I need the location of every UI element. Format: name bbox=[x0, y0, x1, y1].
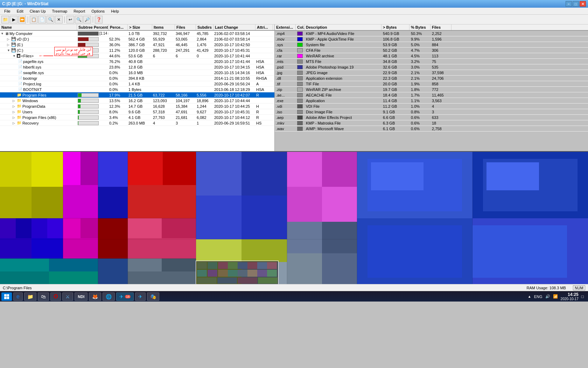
toolbar-btn-6[interactable]: 🔍 bbox=[47, 16, 54, 23]
ext-row[interactable]: .ae... AECACHE File 18.4 GB 1.7% 11,465 bbox=[275, 92, 588, 98]
treemap-block[interactable] bbox=[49, 271, 98, 284]
treemap-block[interactable] bbox=[0, 271, 49, 284]
tree-row[interactable]: ▷ 💾 vD (D:) 52.3% 562.4 GB 55,929 53,065… bbox=[0, 36, 274, 42]
treemap-block[interactable] bbox=[287, 187, 322, 222]
treemap-block[interactable] bbox=[0, 152, 31, 187]
treemap-block[interactable] bbox=[287, 152, 322, 187]
treemap-block[interactable] bbox=[128, 185, 196, 218]
treemap-block[interactable] bbox=[196, 152, 241, 196]
tree-row[interactable]: 📄 pagefile.sys 76.2% 40.8 GB 2020-10-17 … bbox=[0, 59, 274, 64]
treemap-block[interactable] bbox=[80, 218, 98, 238]
ext-row[interactable]: .sys System file 53.9 GB 5.0% 884 bbox=[275, 42, 588, 48]
menu-edit[interactable]: Edit bbox=[14, 8, 26, 14]
toolbar-btn-3[interactable]: ⏩ bbox=[18, 16, 26, 23]
treemap-block[interactable] bbox=[0, 218, 16, 238]
ext-row[interactable]: .cfa CFA File 50.2 GB 4.7% 306 bbox=[275, 48, 588, 53]
treemap-area[interactable] bbox=[0, 151, 588, 284]
col-perce[interactable]: Perce... bbox=[108, 24, 128, 30]
taskbar-telegram1[interactable]: ✈ 16 bbox=[116, 292, 134, 301]
treemap-block[interactable] bbox=[287, 222, 322, 253]
tree-row[interactable]: ▷ 📁 Recovery 0.2% 263.0 MB 4 3 1 2020-06… bbox=[0, 120, 274, 126]
tray-sound[interactable]: 🔊 bbox=[545, 294, 550, 299]
col-size[interactable]: > Size bbox=[128, 24, 152, 30]
taskbar-telegram2[interactable]: ✈ bbox=[135, 292, 146, 301]
treemap-block[interactable] bbox=[163, 152, 196, 185]
treemap-block[interactable] bbox=[31, 152, 63, 187]
treemap-block[interactable] bbox=[98, 259, 128, 284]
col-ext[interactable]: Extensi... bbox=[275, 24, 296, 30]
ext-row[interactable]: .aep Adobe After Effects Project 6.6 GB … bbox=[275, 115, 588, 120]
tree-row[interactable]: 📄 Project.log 0.0% 1.4 KB 2020-06-29 16:… bbox=[0, 81, 274, 87]
col-bytes[interactable]: > Bytes bbox=[382, 24, 410, 30]
treemap-block[interactable] bbox=[322, 253, 357, 284]
treemap-block[interactable] bbox=[128, 238, 196, 259]
treemap-block[interactable] bbox=[49, 259, 98, 271]
treemap-block[interactable] bbox=[196, 196, 241, 239]
treemap-block[interactable] bbox=[128, 218, 162, 238]
ext-row[interactable]: .psd Adobe Photoshop Image.19 32.6 GB 3.… bbox=[275, 64, 588, 70]
treemap-block[interactable] bbox=[322, 187, 357, 222]
taskbar-explorer[interactable]: 📁 bbox=[24, 292, 36, 301]
treemap-block[interactable] bbox=[63, 218, 80, 238]
taskbar-opera[interactable]: O bbox=[50, 292, 61, 301]
col-subdirs[interactable]: Subdirs bbox=[196, 24, 214, 30]
treemap-block[interactable] bbox=[31, 187, 63, 218]
tree-row[interactable]: ▷ 📁 Windows 13.5% 16.2 GB 123,093 104,19… bbox=[0, 98, 274, 104]
tree-row[interactable]: ▼ ■ <Files> ←—— این فایل چه تو درایو سیه… bbox=[0, 53, 274, 59]
ext-row[interactable]: .mov KMP - Apple QuickTime File 106.8 GB… bbox=[275, 36, 588, 42]
ext-row[interactable]: .vdi VDI File 11.2 GB 1.0% 4 bbox=[275, 104, 588, 109]
taskbar-chrome[interactable]: 🌐 bbox=[103, 292, 115, 301]
col-items[interactable]: Items bbox=[152, 24, 175, 30]
tree-row[interactable]: ▼ 💾 (C:) 11.2% 120.0 GB 288,720 247,291 … bbox=[0, 48, 274, 53]
menu-options[interactable]: Options bbox=[89, 8, 107, 14]
tray-notifications[interactable]: □ bbox=[581, 294, 584, 299]
ext-row[interactable]: .iso Disc Image File 9.1 GB 0.8% 3 bbox=[275, 109, 588, 115]
ext-row[interactable]: .mkv KMP - Matroska File 6.3 GB 0.6% 18 bbox=[275, 120, 588, 126]
treemap-block[interactable] bbox=[98, 152, 128, 187]
toolbar-btn-8[interactable]: ↩ bbox=[66, 16, 74, 23]
col-pct[interactable]: % Bytes bbox=[410, 24, 430, 30]
treemap-block[interactable] bbox=[486, 162, 539, 190]
tree-row[interactable]: 📄 BOOTNXT 0.0% 1 Bytes 2013-06-18 12:18:… bbox=[0, 87, 274, 92]
minimize-button[interactable]: − bbox=[566, 1, 572, 7]
toolbar-btn-7[interactable]: ✕ bbox=[55, 16, 63, 23]
tray-network[interactable]: 📶 bbox=[553, 294, 558, 299]
col-desc[interactable]: Description bbox=[304, 24, 382, 30]
treemap-block[interactable] bbox=[371, 162, 424, 190]
treemap-block[interactable] bbox=[128, 259, 162, 271]
treemap-block[interactable] bbox=[368, 225, 462, 278]
treemap-block[interactable] bbox=[80, 152, 98, 185]
treemap-block[interactable] bbox=[47, 218, 63, 238]
treemap-block[interactable] bbox=[0, 259, 49, 271]
menu-cleanup[interactable]: Clean Up bbox=[27, 8, 49, 14]
tree-row[interactable]: ▼ 🖥 My Computer [1:14 s] 1.0 TB 392,732 … bbox=[0, 31, 274, 36]
col-files[interactable]: Files bbox=[430, 24, 451, 30]
toolbar-btn-1[interactable]: 📁 bbox=[1, 16, 9, 23]
tree-row[interactable]: ▷ 📁 ProgramData 12.3% 14.7 GB 16,628 15,… bbox=[0, 104, 274, 109]
toolbar-btn-9[interactable]: 🔍 bbox=[75, 16, 83, 23]
ext-row[interactable]: .zip WinRAR ZIP archive 19.7 GB 1.8% 772 bbox=[275, 87, 588, 92]
ext-row[interactable]: .wav AIMP: Microsoft Wave 6.1 GB 0.6% 2,… bbox=[275, 126, 588, 132]
menu-file[interactable]: File bbox=[1, 8, 13, 14]
taskbar-ndi[interactable]: NDI bbox=[75, 292, 88, 301]
close-button[interactable]: ✕ bbox=[580, 1, 586, 7]
treemap-block[interactable] bbox=[16, 218, 31, 238]
taskbar-game[interactable]: ⚔ bbox=[62, 292, 73, 301]
treemap-block[interactable] bbox=[98, 187, 128, 218]
menu-report[interactable]: Report bbox=[71, 8, 88, 14]
toolbar-btn-5[interactable]: 📄 bbox=[38, 16, 46, 23]
col-files[interactable]: Files bbox=[175, 24, 196, 30]
treemap-block[interactable] bbox=[162, 218, 196, 238]
taskbar-firefox[interactable]: 🦊 bbox=[89, 292, 101, 301]
col-name[interactable]: Name bbox=[0, 24, 77, 30]
treemap-block[interactable] bbox=[162, 259, 196, 271]
tree-row[interactable]: ▷ 📁 Users 8.0% 9.6 GB 57,318 47,691 9,62… bbox=[0, 109, 274, 115]
taskbar-app[interactable]: 🎭 bbox=[147, 292, 159, 301]
menu-treemap[interactable]: Treemap bbox=[49, 8, 70, 14]
tray-chevron[interactable]: ▲ bbox=[528, 295, 531, 298]
toolbar-btn-11[interactable]: ❓ bbox=[95, 16, 103, 23]
treemap-block[interactable] bbox=[63, 152, 80, 185]
ext-row[interactable]: .exe Application 11.4 GB 1.1% 3,563 bbox=[275, 98, 588, 104]
ext-row[interactable]: .jpg JPEG image 22.9 GB 2.1% 37,598 bbox=[275, 70, 588, 76]
ext-row[interactable]: .rar WinRAR archive 48.1 GB 4.5% 113 bbox=[275, 53, 588, 59]
